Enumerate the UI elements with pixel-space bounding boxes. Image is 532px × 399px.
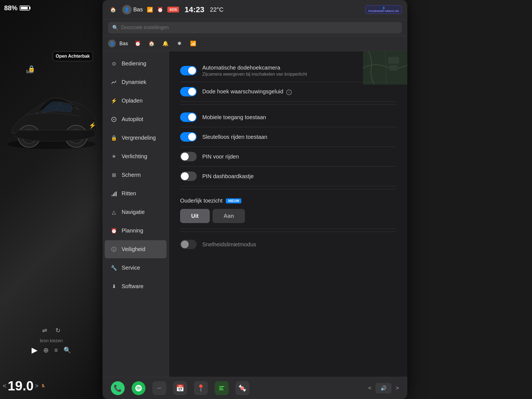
svg-rect-13 [112, 195, 112, 196]
airbag-icon: 👤 [368, 7, 399, 10]
temp-left-arrow[interactable]: < [3, 382, 6, 390]
sidebar-item-dynamiek[interactable]: Dynamiek [105, 73, 167, 91]
toggle-info-sleutelloos: Sleutelloos rijden toestaan [202, 134, 396, 140]
ouderlijk-label: Ouderlijk toezicht [180, 198, 222, 204]
toggle-knob-pin-dashboard [181, 172, 189, 180]
open-achterbak-button[interactable]: Open Achterbak [53, 51, 93, 61]
wifi-bar-icon[interactable]: 📶 [189, 39, 197, 48]
sidebar-item-vergrendeling[interactable]: 🔒 Vergrendeling [105, 129, 167, 147]
equalizer-icon[interactable]: ≡ [54, 347, 58, 354]
phone-button[interactable]: 📞 [111, 381, 125, 395]
sidebar-label-navigatie: Navigatie [122, 209, 145, 215]
candy-button[interactable]: 🍬 [236, 381, 249, 395]
home-bar-icon[interactable]: 🏠 [147, 39, 156, 48]
svg-rect-19 [219, 389, 224, 390]
sidebar-label-verlichting: Verlichting [122, 153, 147, 160]
passenger-airbag-indicator: 👤 PASSENGER AIRBAG ON [365, 5, 402, 14]
topbar-home-icon[interactable]: 🏠 [108, 5, 118, 15]
sidebar-item-veiligheid[interactable]: ⓘ Veiligheid [105, 240, 167, 258]
sidebar-item-verlichting[interactable]: ☀ Verlichting [105, 147, 167, 165]
toggle-sleutelloos[interactable] [180, 132, 197, 142]
toggle-info-mobiele: Mobiele toegang toestaan [202, 114, 396, 121]
sidebar-label-planning: Planning [122, 227, 143, 234]
sidebar-label-autopilot: Autopilot [122, 116, 143, 122]
alarm-bar-icon[interactable]: ⏰ [134, 39, 142, 48]
ouderlijk-aan-button[interactable]: Aan [213, 209, 245, 223]
navigatie-icon: △ [110, 209, 117, 216]
teleprompter-button[interactable] [215, 381, 229, 395]
trunk-label: bak [26, 69, 34, 74]
main-content: ⊙ Bediening Dynamiek ⚡ Opladen Autopilot [103, 51, 407, 377]
search-music-icon[interactable]: 🔍 [63, 347, 71, 354]
map-preview[interactable] [363, 51, 407, 85]
volume-control[interactable]: 🔊 [375, 383, 392, 393]
toggle-dodehoekcamera[interactable] [180, 66, 197, 75]
source-label[interactable]: bron kiezen [3, 338, 100, 343]
media-prev-icon[interactable]: < [368, 385, 372, 391]
sidebar-item-service[interactable]: 🔧 Service [105, 259, 167, 277]
temp-right-arrow[interactable]: > [35, 382, 39, 390]
alarm-icon: ⏰ [157, 7, 163, 13]
toggle-row-sleutelloos: Sleutelloos rijden toestaan [180, 127, 396, 147]
toggle-knob-mobiele [188, 113, 196, 121]
opladen-icon: ⚡ [110, 97, 117, 104]
toggle-dodehoek[interactable] [180, 87, 197, 96]
user-bar-name: Bas [119, 41, 128, 47]
svg-rect-17 [219, 386, 224, 387]
media-next-icon[interactable]: > [396, 385, 399, 391]
sos-badge[interactable]: SOS [167, 7, 179, 12]
sidebar-item-ritten[interactable]: Ritten [105, 185, 167, 203]
sidebar-item-planning[interactable]: ⏰ Planning [105, 222, 167, 240]
ouderlijk-uit-button[interactable]: Uit [180, 209, 210, 223]
settings-content: Automatische dodehoekcamera Zijcamera we… [169, 51, 407, 377]
toggle-title-mobiele: Mobiele toegang toestaan [202, 114, 396, 121]
toggle-knob-snelheidslimiet [181, 241, 189, 248]
svg-rect-9 [388, 57, 399, 64]
play-button[interactable]: ▶ [32, 346, 38, 355]
toggle-info-pin-rijden: PIN voor rijden [202, 154, 396, 160]
search-input[interactable] [121, 25, 398, 30]
maps-button[interactable]: 📍 [194, 381, 208, 395]
svg-rect-15 [114, 192, 115, 196]
search-icon: 🔍 [112, 25, 118, 31]
toggle-row-pin-dashboard: PIN dashboardkastje [180, 167, 396, 186]
toggle-title-sleutelloos: Sleutelloos rijden toestaan [202, 134, 396, 140]
sidebar: ⊙ Bediening Dynamiek ⚡ Opladen Autopilot [103, 51, 169, 377]
tesla-screen: 🏠 👤 Bas 📶 ⏰ SOS 14:23 22°C 👤 PASSENGER A… [103, 0, 407, 399]
calendar-button[interactable]: 📅 [173, 381, 187, 395]
toggle-pin-rijden[interactable] [180, 152, 197, 161]
sidebar-item-software[interactable]: ⬇ Software [105, 277, 167, 295]
ouderlijk-section: Ouderlijk toezicht NIEUW Uit Aan [180, 192, 396, 229]
service-icon: 🔧 [110, 264, 117, 272]
sidebar-item-bediening[interactable]: ⊙ Bediening [105, 55, 167, 73]
temperature-display: < 19.0 > 🪑 [3, 378, 45, 393]
temperature-display-topbar: 22°C [210, 6, 224, 13]
shuffle-icon[interactable]: ⇌ [42, 327, 47, 334]
spotify-button[interactable] [132, 381, 145, 395]
toggle-mobiele[interactable] [180, 112, 197, 122]
dynamiek-icon [110, 79, 117, 86]
toggle-info-dodehoek: Dode hoek waarschuwingsgeluid i [202, 88, 396, 95]
user-section[interactable]: 👤 Bas [122, 5, 143, 14]
wifi-status-icon: 📶 [147, 7, 153, 13]
sidebar-item-opladen[interactable]: ⚡ Opladen [105, 92, 167, 110]
add-button[interactable]: ⊕ [43, 346, 49, 354]
dodehoek-info-icon[interactable]: i [286, 89, 292, 95]
sidebar-item-navigatie[interactable]: △ Navigatie [105, 203, 167, 221]
scherm-icon: ⊞ [110, 172, 117, 179]
svg-text:⚡: ⚡ [89, 122, 96, 129]
user-profile-section[interactable]: 👤 Bas [108, 40, 128, 47]
sidebar-item-autopilot[interactable]: Autopilot [105, 110, 167, 128]
ouderlijk-header: Ouderlijk toezicht NIEUW [180, 198, 396, 204]
toggle-pin-dashboard[interactable] [180, 172, 197, 181]
bluetooth-bar-icon[interactable]: ✱ [175, 39, 183, 48]
toggle-snelheidslimiet[interactable] [180, 240, 197, 249]
sidebar-item-scherm[interactable]: ⊞ Scherm [105, 166, 167, 184]
bell-bar-icon[interactable]: 🔔 [161, 39, 170, 48]
toggle-title-pin-dashboard: PIN dashboardkastje [202, 173, 396, 180]
ouderlijk-button-group: Uit Aan [180, 209, 396, 223]
search-input-container[interactable]: 🔍 [108, 22, 402, 34]
dots-button[interactable]: ··· [152, 381, 166, 395]
repeat-icon[interactable]: ↻ [55, 327, 60, 334]
sidebar-label-opladen: Opladen [122, 98, 143, 104]
